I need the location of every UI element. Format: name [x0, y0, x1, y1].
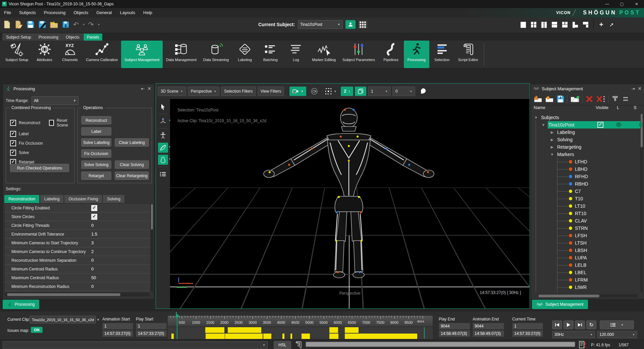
tree-marker-strn[interactable]: STRN [531, 225, 642, 232]
settings-row-value[interactable]: 0 [91, 266, 94, 271]
tree-item-subjects[interactable]: ▼Subjects [531, 114, 642, 121]
hsl-button[interactable]: HSL [274, 341, 291, 349]
ribbon-item-labeling[interactable]: Labeling [232, 41, 258, 68]
remove-subject-icon[interactable] [585, 95, 593, 103]
menu-item-layouts[interactable]: Layouts [116, 8, 139, 17]
menu-item-subjects[interactable]: Subjects [15, 8, 40, 17]
expander-closed-icon[interactable]: ▶ [550, 130, 554, 135]
timeline-scrollbar[interactable] [305, 341, 576, 347]
subject-management-panel-tab[interactable]: Subject Management [532, 300, 588, 309]
expander-open-icon[interactable]: ▼ [550, 152, 554, 156]
tree-marker-lfrm[interactable]: LFRM [531, 276, 642, 284]
checkbox-fix-occlusion[interactable]: ✓ [10, 140, 16, 146]
camera-circle-button[interactable] [308, 87, 321, 96]
save-subjects-icon[interactable] [556, 95, 565, 103]
tree-marker-lupa[interactable]: LUPA [531, 254, 642, 261]
column-s[interactable]: S [634, 105, 637, 110]
tree-item-retargeting[interactable]: ▶Retargeting [531, 143, 642, 151]
open-file-icon[interactable] [14, 20, 23, 29]
menu-item-processing[interactable]: Processing [40, 8, 69, 17]
layout-preset-button-3[interactable] [540, 20, 548, 29]
operation-button-clear-retargeting[interactable]: Clear Retargeting [115, 171, 149, 180]
menu-item-file[interactable]: File [0, 8, 15, 17]
z-up-button[interactable]: Z↑ [341, 87, 353, 96]
layout-preset-button-7[interactable] [582, 20, 590, 29]
settings-row-value[interactable]: 50 [91, 275, 96, 280]
processing-panel-tab[interactable]: Processing [3, 300, 39, 309]
loop-button[interactable]: ↻ [586, 320, 596, 329]
operation-button-label[interactable]: Label [81, 127, 111, 136]
settings-row-value[interactable]: 0 [91, 223, 94, 228]
current-clip-dropdown[interactable]: Tina10z_2019_10_16_15_50_36_x2d ▼ [30, 316, 96, 323]
layout-preset-button-1[interactable] [519, 20, 528, 29]
timeline-ruler[interactable]: 5001000150020002500300035004000450050005… [168, 316, 433, 327]
tree-marker-lbel[interactable]: LBEL [531, 269, 642, 276]
column-name[interactable]: Name [534, 105, 545, 110]
close-panel-icon[interactable]: ✕ [638, 86, 642, 91]
operation-button-retarget[interactable]: Retarget [81, 171, 111, 180]
marquee-select-button[interactable]: ▼ [322, 87, 339, 96]
selection-filters-button[interactable]: Selection Filters [221, 87, 256, 96]
ribbon-item-selection[interactable]: Selection [429, 41, 455, 68]
settings-vertical-scrollbar[interactable] [151, 203, 153, 292]
operation-button-clear-labeling[interactable]: Clear Labeling [115, 138, 149, 147]
frame-rate-dropdown[interactable]: 30Hz▼ [552, 331, 595, 338]
operation-button-solve-solving[interactable]: Solve Solving [81, 160, 111, 169]
settings-row-value[interactable]: 1.5 [91, 232, 97, 237]
tree-marker-liwr[interactable]: LIWR [531, 284, 642, 291]
ribbon-item-batching[interactable]: Batching [258, 41, 283, 68]
collapse-all-icon[interactable] [622, 95, 629, 103]
maximize-button[interactable]: ▢ [614, 0, 629, 8]
expander-open-icon[interactable]: ▼ [541, 123, 546, 127]
3d-scene[interactable]: Selection: Tina10zPost Active Clip: Tina… [170, 99, 530, 308]
ribbon-item-data-management[interactable]: Data Management [163, 41, 200, 68]
tree-marker-lfhd[interactable]: LFHD [531, 158, 642, 165]
checkbox-label[interactable]: ✓ [10, 131, 16, 137]
pane-layout-button[interactable] [358, 20, 368, 29]
transform-tool[interactable]: ▼ [158, 116, 168, 126]
cone-display-tool[interactable]: ▼ [158, 143, 168, 153]
ribbon-tab-objects[interactable]: Objects [62, 34, 83, 41]
field-frame-value[interactable]: 1 [512, 323, 543, 330]
go-to-start-button[interactable] [552, 320, 562, 329]
expander-closed-icon[interactable]: ▶ [550, 138, 554, 142]
ribbon-item-pipelines[interactable]: Pipelines [378, 41, 404, 68]
field-timecode-value[interactable]: 14:57:33:27(0) [102, 330, 133, 337]
script-log-icon[interactable] [294, 341, 302, 349]
tree-marker-clipped[interactable] [531, 291, 642, 292]
tree-vertical-scrollbar[interactable] [640, 114, 643, 292]
menu-item-general[interactable]: General [92, 8, 116, 17]
ribbon-item-subject-management[interactable]: Subject Management [121, 41, 163, 68]
character-model[interactable] [258, 106, 439, 290]
operation-button-fix-occlusion[interactable]: Fix Occlusion [81, 149, 111, 158]
operation-button-solve-labeling[interactable]: Solve Labeling [81, 138, 111, 147]
settings-row-value[interactable]: 3 [91, 240, 94, 245]
undo-dropdown-caret[interactable]: ▼ [83, 23, 85, 26]
field-timecode-value[interactable]: 14:58:49.07(3) [439, 330, 470, 337]
status-selector-dropdown[interactable]: ▼ [3, 341, 268, 349]
operation-button-reconstruct[interactable]: Reconstruct [81, 116, 111, 124]
field-frame-value[interactable]: 1 [102, 323, 133, 330]
camera-toggle-button[interactable]: ▼ [289, 87, 306, 96]
tree-marker-lelb[interactable]: LELB [531, 261, 642, 269]
settings-row-value[interactable]: 2 [91, 249, 94, 254]
ribbon-tab-processing[interactable]: Processing [35, 34, 62, 41]
column-visible[interactable]: Visible [596, 105, 608, 110]
ribbon-item-marker-editing[interactable]: Marker Editing [309, 41, 339, 68]
settings-horizontal-scrollbar[interactable] [4, 293, 150, 296]
save-all-icon[interactable] [61, 20, 70, 29]
close-button[interactable]: ✕ [629, 0, 644, 8]
minimize-button[interactable]: — [600, 0, 614, 8]
ribbon-tab-subject-setup[interactable]: Subject Setup [3, 34, 35, 41]
tree-marker-clav[interactable]: CLAV [531, 217, 642, 225]
tree-marker-lt10[interactable]: LT10 [531, 202, 642, 210]
ribbon-item-channels[interactable]: XYZChannels [57, 41, 83, 68]
redo-dropdown-caret[interactable]: ▼ [97, 23, 100, 26]
redo-button[interactable]: ↷ [88, 20, 94, 29]
operation-button-clear-solving[interactable]: Clear Solving [115, 160, 149, 169]
menu-item-help[interactable]: Help [139, 8, 156, 17]
undo-button[interactable]: ↶ [73, 20, 79, 29]
tree-marker-lbsh[interactable]: LBSH [531, 247, 642, 254]
expander-open-icon[interactable]: ▼ [534, 115, 538, 119]
settings-row-value[interactable]: 0 [91, 284, 94, 289]
